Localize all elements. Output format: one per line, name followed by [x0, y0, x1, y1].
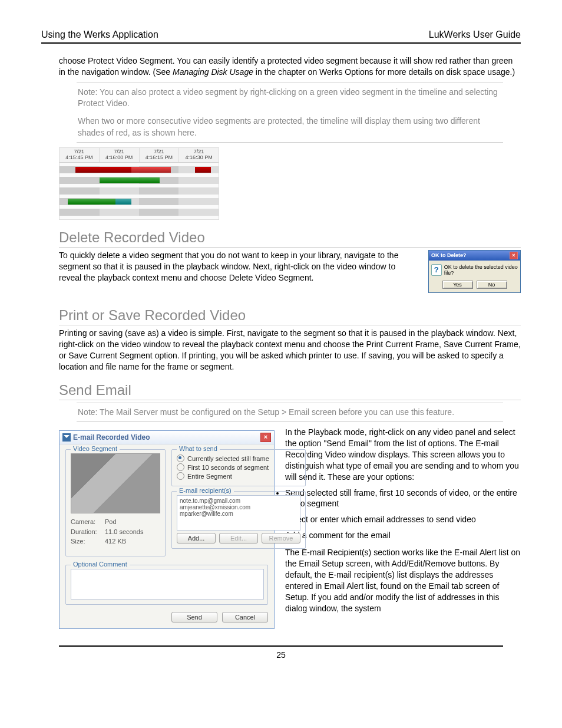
duration-value: 11.0 seconds: [105, 528, 143, 535]
heading-print-save: Print or Save Recorded Video: [59, 307, 521, 325]
video-thumbnail: [71, 453, 160, 513]
segment-green-1: [100, 177, 160, 183]
heading-send-email: Send Email: [59, 382, 521, 400]
email-icon: [62, 433, 71, 442]
radio-still-frame[interactable]: Currently selected still frame: [177, 454, 300, 462]
dialog-title: OK to Delete?: [431, 252, 467, 258]
group-optional-comment: Optional Comment: [71, 561, 130, 568]
cancel-button[interactable]: Cancel: [222, 612, 268, 622]
radio-icon: [177, 472, 184, 480]
timeline-col-1: 7/21 4:16:00 PM: [100, 148, 140, 162]
timeline-col-0: 7/21 4:15:45 PM: [59, 148, 100, 162]
print-paragraph: Printing or saving (save as) a video is …: [59, 328, 521, 373]
note-protect-video: Note: You can also protect a video segme…: [77, 83, 503, 143]
close-icon[interactable]: ×: [510, 252, 518, 259]
delete-paragraph: To quickly delete a video segment that y…: [59, 250, 415, 284]
footer-rule: [59, 645, 503, 647]
timeline-figure: 7/21 4:15:45 PM 7/21 4:16:00 PM 7/21 4:1…: [59, 147, 219, 220]
send-button[interactable]: Send: [171, 612, 217, 622]
no-button[interactable]: No: [477, 281, 507, 289]
radio-icon: [177, 463, 184, 471]
segment-red-1: [75, 167, 131, 173]
remove-button[interactable]: Remove: [262, 533, 300, 543]
intro-paragraph: choose Protect Video Segment. You can ea…: [59, 55, 521, 78]
segment-red-3: [195, 167, 211, 173]
timeline-col-2: 7/21 4:16:15 PM: [140, 148, 180, 162]
radio-icon: [177, 454, 184, 462]
radio-first-10s[interactable]: First 10 seconds of segment: [177, 463, 300, 471]
radio-entire-segment[interactable]: Entire Segment: [177, 472, 300, 480]
group-recipients: E-mail recipient(s): [177, 487, 234, 494]
heading-delete-recorded-video: Delete Recorded Video: [59, 229, 521, 248]
question-icon: ?: [431, 264, 442, 276]
segment-teal-1: [115, 199, 131, 205]
recipients-list[interactable]: note.to.mp@gmail.com amjeanette@xmission…: [177, 495, 300, 531]
page-number: 25: [41, 650, 521, 660]
edit-button[interactable]: Edit...: [219, 533, 258, 543]
segment-green-2: [68, 199, 115, 205]
camera-value: Pod: [105, 518, 117, 525]
close-icon[interactable]: ×: [260, 433, 271, 442]
dialog-message: OK to delete the selected video file?: [444, 264, 518, 276]
header-right: LukWerks User Guide: [429, 29, 521, 40]
comment-textarea[interactable]: [71, 569, 264, 599]
delete-dialog-figure: OK to Delete? × ? OK to delete the selec…: [428, 250, 521, 293]
group-video-segment: Video Segment: [71, 445, 120, 452]
email-window-title: E-mail Recorded Video: [73, 433, 258, 442]
size-value: 412 KB: [105, 538, 126, 545]
timeline-col-3: 7/21 4:16:30 PM: [179, 148, 219, 162]
yes-button[interactable]: Yes: [442, 281, 473, 289]
segment-red-2: [131, 167, 171, 173]
group-what-to-send: What to send: [177, 445, 220, 452]
note-email-setup: Note: The Mail Server must be configured…: [77, 403, 503, 423]
add-button[interactable]: Add...: [177, 533, 216, 543]
page-header: Using the Werks Application LukWerks Use…: [41, 29, 521, 44]
header-left: Using the Werks Application: [41, 29, 158, 40]
email-window-figure: E-mail Recorded Video × Video Segment Ca…: [59, 430, 275, 629]
